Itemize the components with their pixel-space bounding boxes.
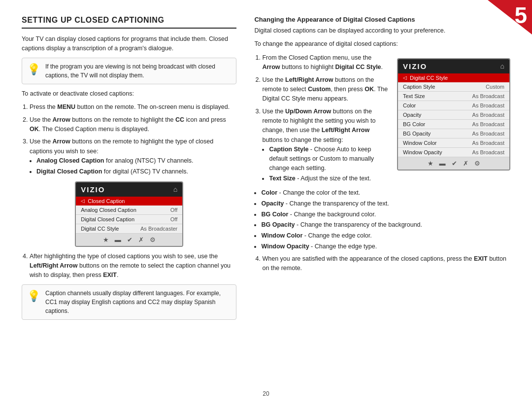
section-heading: SETTING UP CLOSED CAPTIONING <box>22 16 236 29</box>
home-icon-left: ⌂ <box>173 185 177 193</box>
footer-icon-r-rect: ▬ <box>439 160 446 167</box>
tv-header-right: VIZIO ⌂ <box>398 59 509 73</box>
right-bullets-continued: Color - Change the color of the text. Op… <box>261 188 510 251</box>
menu-title-right: Digital CC Style <box>410 75 448 81</box>
right-steps-list: From the Closed Caption menu, use the Ar… <box>262 53 389 183</box>
tv-menu-bar-right: ◁ Digital CC Style <box>398 73 509 82</box>
intro-paragraph: Your TV can display closed captions for … <box>22 34 236 54</box>
row-val-analog: Off <box>170 207 177 213</box>
step-2: Use the Arrow buttons on the remote to h… <box>30 115 236 135</box>
bullet-opacity: Opacity - Change the transparency of the… <box>261 199 510 208</box>
footer-icon-x: ✗ <box>138 236 144 243</box>
two-column-layout: SETTING UP CLOSED CAPTIONING Your TV can… <box>22 16 510 385</box>
right-column: Changing the Appearance of Digital Close… <box>254 16 510 385</box>
row-val-r6: As Broadcast <box>472 131 504 137</box>
row-label-r7: Window Color <box>403 140 436 146</box>
bullet-analog: Analog Closed Caption for analog (NTSC) … <box>36 156 236 166</box>
tv-body-right: ◁ Digital CC Style Caption Style Custom … <box>398 73 509 157</box>
steps-list-2: After highlighting the type of closed ca… <box>30 252 236 280</box>
lightbulb-icon: 💡 <box>27 63 40 76</box>
left-column: SETTING UP CLOSED CAPTIONING Your TV can… <box>22 16 236 385</box>
row-val-r2: As Broadcast <box>472 93 504 99</box>
row-val-r3: As Broadcast <box>472 103 504 108</box>
tv-screen-right: VIZIO ⌂ ◁ Digital CC Style Caption Style… <box>397 58 510 171</box>
footer-icon-check: ✔ <box>127 236 133 243</box>
back-arrow-left: ◁ <box>81 198 85 204</box>
right-subsection-heading: Changing the Appearance of Digital Close… <box>254 16 510 23</box>
lightbulb-icon-2: 💡 <box>27 290 40 303</box>
row-label-r6: BG Opacity <box>403 131 431 137</box>
page-chapter-number: 5 <box>514 4 527 27</box>
tv-row-r2: Text Size As Broadcast <box>398 92 509 101</box>
bullet-window-color: Window Color - Change the edge color. <box>261 231 510 240</box>
right-step-2: Use the Left/Right Arrow buttons on the … <box>262 75 389 104</box>
right-step-1: From the Closed Caption menu, use the Ar… <box>262 53 389 72</box>
right-change-text: To change the appearance of digital clos… <box>254 39 510 49</box>
right-steps-and-screen: From the Closed Caption menu, use the Ar… <box>254 53 510 186</box>
right-steps-left: From the Closed Caption menu, use the Ar… <box>254 53 389 186</box>
footer-icon-r-star: ★ <box>428 160 433 167</box>
row-label-r1: Caption Style <box>403 84 435 90</box>
tv-row-r7: Window Color As Broadcast <box>398 138 509 148</box>
step-3-bullets: Analog Closed Caption for analog (NTSC) … <box>36 156 236 176</box>
tv-row-r6: BG Opacity As Broadcast <box>398 129 509 138</box>
tv-row-r4: Opacity As Broadcast <box>398 110 509 120</box>
row-label-r8: Window Opacity <box>403 149 442 155</box>
row-val-r8: As Broadcast <box>472 149 504 155</box>
home-icon-right: ⌂ <box>500 62 504 70</box>
right-step-3-bullets: Caption Style - Choose Auto to keep defa… <box>269 145 389 183</box>
tip-box-2: 💡 Caption channels usually display diffe… <box>22 284 236 320</box>
tv-menu-bar-left: ◁ Closed Caption <box>76 197 182 206</box>
footer-icon-gear: ⚙ <box>150 236 156 243</box>
bullet-bg-color: BG Color - Change the background color. <box>261 210 510 219</box>
tv-row-r8: Window Opacity As Broadcast <box>398 148 509 157</box>
step-3: Use the Arrow buttons on the remote to h… <box>30 137 236 176</box>
page-number: 20 <box>22 390 510 397</box>
page-content: SETTING UP CLOSED CAPTIONING Your TV can… <box>0 0 532 411</box>
footer-icon-r-x: ✗ <box>463 160 468 167</box>
tv-footer-right: ★ ▬ ✔ ✗ ⚙ <box>398 157 509 170</box>
tv-row-analog: Analog Closed Caption Off <box>76 206 182 215</box>
row-val-digital: Off <box>170 216 177 222</box>
row-val-cc-style: As Broadcaster <box>140 226 177 232</box>
bullet-color: Color - Change the color of the text. <box>261 188 510 198</box>
tv-row-r1: Caption Style Custom <box>398 82 509 92</box>
vizio-logo-right: VIZIO <box>403 62 427 70</box>
bullet-digital: Digital Closed Caption for digital (ATSC… <box>36 167 236 176</box>
row-val-r1: Custom <box>486 84 504 90</box>
right-intro-text: Digital closed captions can be displayed… <box>254 26 510 35</box>
bullet-bg-opacity: BG Opacity - Change the transparency of … <box>261 220 510 230</box>
bullet-caption-style: Caption Style - Choose Auto to keep defa… <box>269 145 389 172</box>
tip-2-text: Caption channels usually display differe… <box>45 289 231 315</box>
row-label-digital: Digital Closed Caption <box>81 216 134 222</box>
tip-1-text: If the program you are viewing is not be… <box>45 62 231 80</box>
tv-screen-left: VIZIO ⌂ ◁ Closed Caption Analog Closed C… <box>75 181 183 247</box>
tv-body-left: ◁ Closed Caption Analog Closed Caption O… <box>76 197 182 234</box>
step-1: Press the MENU button on the remote. The… <box>30 103 236 112</box>
back-arrow-right: ◁ <box>403 75 407 80</box>
row-label-r3: Color <box>403 103 416 108</box>
bullet-text-size: Text Size - Adjust the size of the text. <box>269 174 389 183</box>
activate-text: To activate or deactivate closed caption… <box>22 89 236 99</box>
row-label-r5: BG Color <box>403 121 425 127</box>
tv-footer-left: ★ ▬ ✔ ✗ ⚙ <box>76 234 182 246</box>
row-val-r5: As Broadcast <box>472 121 504 127</box>
right-step-4-list: When you are satisfied with the appearan… <box>262 254 510 274</box>
row-val-r7: As Broadcast <box>472 140 504 146</box>
step-4: After highlighting the type of closed ca… <box>30 252 236 280</box>
tv-row-r5: BG Color As Broadcast <box>398 120 509 129</box>
right-step-3: Use the Up/Down Arrow buttons on the rem… <box>262 107 389 184</box>
row-label-cc-style: Digital CC Style <box>81 226 119 232</box>
row-label-analog: Analog Closed Caption <box>81 207 136 213</box>
row-val-r4: As Broadcast <box>472 112 504 118</box>
footer-icon-rect: ▬ <box>115 236 121 243</box>
tv-row-r3: Color As Broadcast <box>398 101 509 110</box>
footer-icon-r-gear: ⚙ <box>474 160 480 167</box>
menu-title-left: Closed Caption <box>88 198 125 204</box>
tv-row-digital: Digital Closed Caption Off <box>76 215 182 224</box>
tv-header-left: VIZIO ⌂ <box>76 182 182 197</box>
right-step-4: When you are satisfied with the appearan… <box>262 254 510 274</box>
footer-icon-star: ★ <box>103 236 109 243</box>
footer-icon-r-check: ✔ <box>452 160 457 167</box>
row-label-r4: Opacity <box>403 112 421 118</box>
